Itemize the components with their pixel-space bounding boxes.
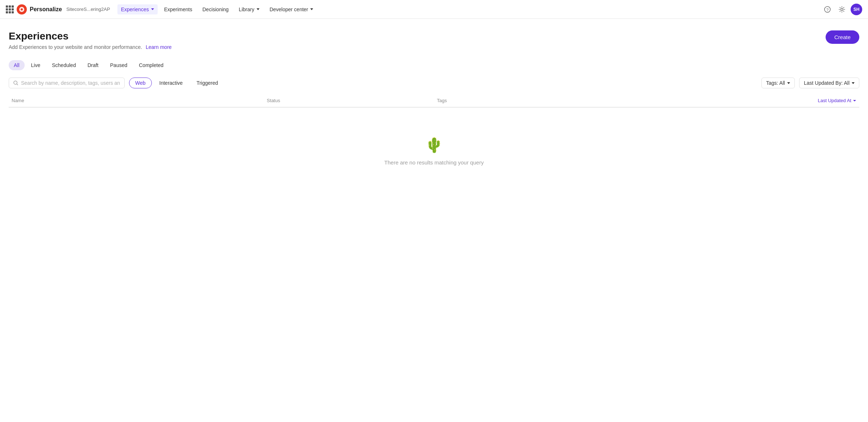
tab-all[interactable]: All bbox=[9, 60, 25, 70]
col-name: Name bbox=[9, 98, 264, 103]
chevron-down-icon bbox=[852, 82, 855, 84]
col-status: Status bbox=[264, 98, 434, 103]
chevron-down-icon bbox=[151, 8, 154, 10]
nav-experiences[interactable]: Experiences bbox=[117, 4, 158, 14]
chevron-down-icon bbox=[787, 82, 790, 84]
col-last-updated-at[interactable]: Last Updated At bbox=[689, 98, 859, 103]
nav-left: Personalize SitecoreS...ering2AP Experie… bbox=[6, 4, 819, 14]
search-icon bbox=[13, 80, 18, 85]
search-container bbox=[9, 78, 125, 88]
svg-point-2 bbox=[21, 8, 23, 11]
col-tags: Tags bbox=[434, 98, 689, 103]
nav-experiments[interactable]: Experiments bbox=[161, 4, 196, 14]
cactus-icon: 🌵 bbox=[425, 137, 443, 154]
search-input[interactable] bbox=[21, 80, 120, 86]
tab-paused[interactable]: Paused bbox=[105, 60, 132, 70]
last-updated-by-filter-dropdown[interactable]: Last Updated By: All bbox=[799, 78, 859, 88]
nav-library[interactable]: Library bbox=[235, 4, 263, 14]
settings-button[interactable] bbox=[836, 4, 848, 15]
page-title-area: Experiences Add Experiences to your webs… bbox=[9, 30, 172, 50]
tab-completed[interactable]: Completed bbox=[134, 60, 169, 70]
empty-state: 🌵 There are no results matching your que… bbox=[9, 108, 859, 187]
type-tab-interactive[interactable]: Interactive bbox=[153, 78, 189, 88]
type-tab-web[interactable]: Web bbox=[129, 78, 152, 88]
nav-right: ? SH bbox=[822, 4, 862, 15]
help-button[interactable]: ? bbox=[822, 4, 833, 15]
tags-filter-dropdown[interactable]: Tags: All bbox=[761, 78, 795, 88]
sort-desc-icon bbox=[853, 99, 856, 103]
nav-developer-center[interactable]: Developer center bbox=[266, 4, 317, 14]
empty-state-message: There are no results matching your query bbox=[384, 159, 483, 166]
filter-right: Tags: All Last Updated By: All bbox=[761, 78, 859, 88]
status-tabs: All Live Scheduled Draft Paused Complete… bbox=[9, 60, 859, 70]
brand-name: Personalize bbox=[30, 6, 62, 13]
svg-text:?: ? bbox=[826, 7, 828, 12]
table-header: Name Status Tags Last Updated At bbox=[9, 94, 859, 107]
page-title: Experiences bbox=[9, 30, 172, 42]
top-navigation: Personalize SitecoreS...ering2AP Experie… bbox=[0, 0, 868, 19]
create-button[interactable]: Create bbox=[826, 30, 859, 44]
tab-live[interactable]: Live bbox=[26, 60, 46, 70]
site-name: SitecoreS...ering2AP bbox=[66, 7, 110, 12]
sitecore-logo bbox=[17, 4, 27, 14]
chevron-down-icon bbox=[310, 8, 313, 10]
experiences-table: Name Status Tags Last Updated At 🌵 There… bbox=[9, 94, 859, 187]
type-tab-triggered[interactable]: Triggered bbox=[190, 78, 224, 88]
page-subtitle: Add Experiences to your website and moni… bbox=[9, 44, 172, 50]
filter-row: Web Interactive Triggered Tags: All Last… bbox=[9, 78, 859, 88]
type-tabs: Web Interactive Triggered bbox=[129, 78, 224, 88]
user-avatar[interactable]: SH bbox=[851, 4, 862, 15]
tab-scheduled[interactable]: Scheduled bbox=[47, 60, 81, 70]
page-header: Experiences Add Experiences to your webs… bbox=[9, 30, 859, 50]
grid-menu-icon[interactable] bbox=[6, 5, 14, 13]
chevron-down-icon bbox=[257, 8, 259, 10]
main-content: Experiences Add Experiences to your webs… bbox=[0, 19, 868, 196]
nav-decisioning[interactable]: Decisioning bbox=[199, 4, 232, 14]
svg-point-5 bbox=[841, 8, 843, 11]
tab-draft[interactable]: Draft bbox=[82, 60, 103, 70]
learn-more-link[interactable]: Learn more bbox=[146, 44, 172, 50]
